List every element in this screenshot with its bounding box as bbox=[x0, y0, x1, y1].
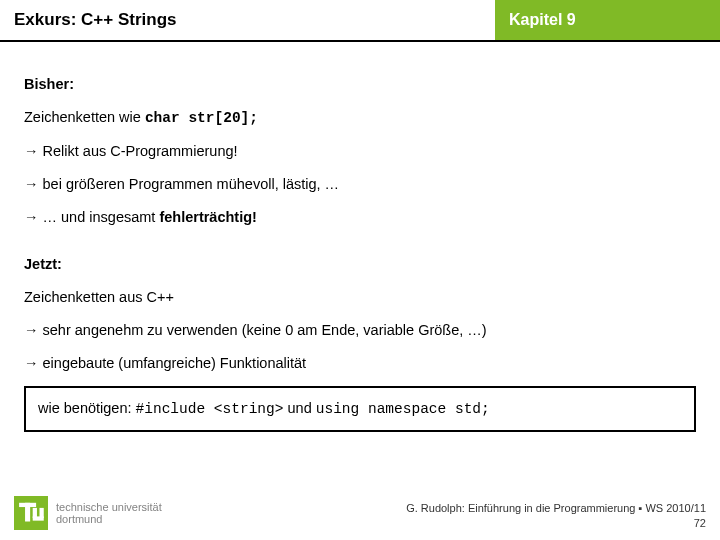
section-head-bisher: Bisher: bbox=[24, 74, 696, 95]
old-line1-text: Zeichenketten wie bbox=[24, 109, 145, 125]
uni-line1: technische universität bbox=[56, 501, 162, 513]
old-line1: Zeichenketten wie char str[20]; bbox=[24, 107, 696, 129]
chapter-label: Kapitel 9 bbox=[495, 0, 720, 40]
new-bullet1: → sehr angenehm zu verwenden (keine 0 am… bbox=[24, 320, 696, 341]
uni-line2: dortmund bbox=[56, 513, 162, 525]
page-number: 72 bbox=[406, 516, 706, 530]
old-bullet3: → … und insgesamt fehlerträchtig! bbox=[24, 207, 696, 228]
requirement-box: wie benötigen: #include <string> und usi… bbox=[24, 386, 696, 432]
old-bullet2: → bei größeren Programmen mühevoll, läst… bbox=[24, 174, 696, 195]
slide-header: Exkurs: C++ Strings Kapitel 9 bbox=[0, 0, 720, 42]
old-bullet3-a: → … und insgesamt bbox=[24, 209, 159, 225]
old-bullet1: → Relikt aus C-Programmierung! bbox=[24, 141, 696, 162]
new-line1: Zeichenketten aus C++ bbox=[24, 287, 696, 308]
university-logo: technische universität dortmund bbox=[14, 496, 162, 530]
box-left: wie benötigen: bbox=[38, 400, 136, 416]
box-code2: using namespace std; bbox=[316, 401, 490, 417]
box-code1: #include <string> bbox=[136, 401, 284, 417]
box-mid: und bbox=[283, 400, 315, 416]
tu-logo-icon bbox=[14, 496, 48, 530]
footer-author: G. Rudolph: Einführung in die Programmie… bbox=[406, 501, 706, 515]
svg-rect-5 bbox=[33, 516, 44, 520]
slide-title: Exkurs: C++ Strings bbox=[0, 0, 495, 40]
slide-body: Bisher: Zeichenketten wie char str[20]; … bbox=[0, 42, 720, 432]
slide-footer: G. Rudolph: Einführung in die Programmie… bbox=[406, 501, 706, 530]
university-name: technische universität dortmund bbox=[56, 501, 162, 525]
section-head-jetzt: Jetzt: bbox=[24, 254, 696, 275]
new-bullet2: → eingebaute (umfangreiche) Funktionalit… bbox=[24, 353, 696, 374]
old-line1-code: char str[20]; bbox=[145, 110, 258, 126]
svg-rect-2 bbox=[25, 503, 30, 522]
old-bullet3-b: fehlerträchtig! bbox=[159, 209, 257, 225]
